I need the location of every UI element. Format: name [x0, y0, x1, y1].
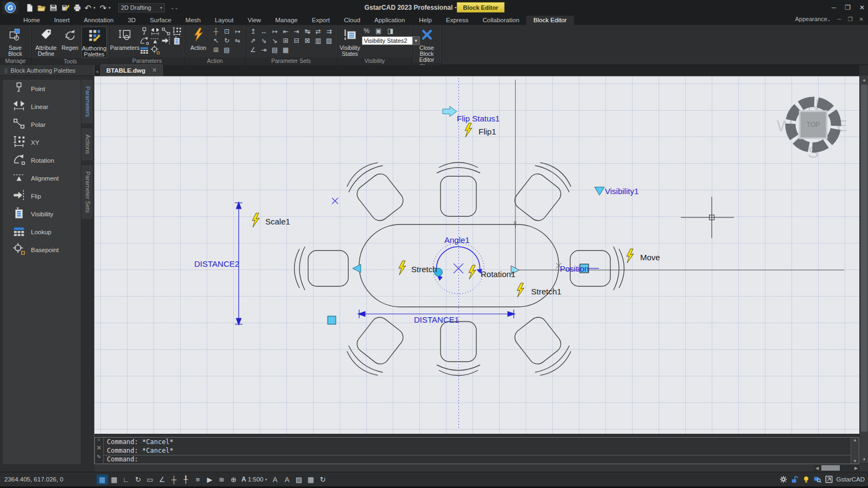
regen-button[interactable]: Regen [60, 27, 80, 51]
close-block-editor-button[interactable]: Close Block Editor [414, 27, 439, 63]
rotate-action-icon[interactable]: ↻ [222, 36, 232, 44]
command-scrollbar[interactable]: ▲ ▼ [851, 438, 859, 464]
polar-tracking-toggle[interactable]: ↻ [132, 474, 144, 485]
open-file-icon[interactable] [36, 2, 47, 13]
scroll-right-icon[interactable]: ▶ [853, 466, 859, 471]
move-bolt-icon[interactable] [627, 249, 634, 263]
ribbon-tab[interactable]: Collaboration [476, 16, 527, 25]
collaboration-toggle[interactable]: ↻ [317, 474, 328, 485]
attribute-define-button[interactable]: Attribute Define [34, 27, 59, 57]
make-invisible-icon[interactable]: ◨ [386, 27, 395, 35]
xy-box-set-icon[interactable]: ▨ [324, 36, 334, 44]
polar-parameter-icon[interactable] [161, 27, 171, 35]
grid-toggle[interactable]: ▦ [97, 474, 108, 485]
xy-move-pair-set-icon[interactable]: ⊟ [292, 36, 302, 44]
tab-scroll-left-icon[interactable]: ◂ [95, 68, 98, 74]
stretch1-bolt-icon[interactable] [517, 283, 524, 297]
ribbon-tab[interactable]: Cloud [337, 16, 367, 25]
stretch1-label[interactable]: Stretch1 [531, 287, 561, 296]
flip-status1-label[interactable]: Flip Status1 [457, 114, 500, 123]
command-close-icon[interactable]: ✕ [96, 444, 101, 452]
visibility1-label[interactable]: Visibility1 [605, 187, 639, 196]
fullscreen-icon[interactable] [825, 476, 833, 483]
scale1-label[interactable]: Scale1 [265, 217, 290, 226]
palette-item[interactable]: Linear [3, 98, 81, 115]
palette-item[interactable]: Basepoint [3, 241, 81, 259]
palette-item[interactable]: XY [3, 133, 81, 151]
command-input[interactable]: Command: [104, 455, 851, 464]
ribbon-tab[interactable]: Express [439, 16, 476, 25]
linear-stretch-set-icon[interactable]: ↦ [270, 27, 280, 35]
new-file-icon[interactable] [24, 2, 35, 13]
polar-stretch-action-icon[interactable]: ↖ [211, 36, 221, 44]
rotation1-label[interactable]: Rotation1 [481, 269, 515, 279]
ribbon-tab[interactable]: Layout [208, 16, 241, 25]
grip-dots-icon[interactable]: ⠿ [97, 439, 100, 442]
linear-stretch-pair-set-icon[interactable]: ↹ [303, 27, 312, 35]
visibility-parameter-icon[interactable] [172, 36, 182, 44]
scroll-down-icon[interactable]: ▼ [853, 459, 857, 464]
zoom-toggle[interactable]: ⊕ [228, 474, 239, 485]
ribbon-tab[interactable]: Insert [47, 16, 77, 25]
ribbon-tab[interactable]: Help [412, 16, 439, 25]
undo-caret-icon[interactable]: ▾ [93, 5, 98, 10]
gstarcad-logo[interactable]: G [2, 1, 18, 14]
chair-top-right[interactable] [508, 157, 576, 227]
flip1-bolt-icon[interactable] [465, 123, 472, 137]
point-parameter-icon[interactable] [139, 27, 149, 35]
angle-parameter-arc[interactable] [437, 247, 480, 279]
vertical-scrollbar[interactable]: ▲ ▼ [859, 76, 868, 463]
layer-control-toggle[interactable]: ≋ [216, 474, 227, 485]
tab-close-icon[interactable]: ✕ [152, 67, 157, 74]
view-cube[interactable]: N W S E TOP [777, 95, 847, 161]
scroll-down-icon[interactable]: ▼ [860, 455, 868, 463]
chair-bottom-left[interactable] [342, 311, 410, 381]
ribbon-tab[interactable]: Manage [268, 16, 305, 25]
scroll-up-icon[interactable]: ▲ [853, 438, 857, 442]
linear-move-pair-set-icon[interactable]: ⇥ [292, 27, 302, 35]
scroll-left-icon[interactable]: ◀ [814, 466, 820, 471]
doc-close-button[interactable]: ✕ [859, 16, 864, 22]
ribbon-tab[interactable]: Block Editor [526, 16, 573, 25]
visibility-mode-icon[interactable]: % [362, 27, 372, 35]
scale1-bolt-icon[interactable] [252, 213, 259, 227]
palette-item[interactable]: Polar [3, 115, 81, 133]
annotation-visibility-toggle[interactable]: A [269, 474, 280, 485]
polar-move-set-icon[interactable]: ⇄ [314, 27, 323, 35]
linear-array-set-icon[interactable]: ⇤ [281, 27, 291, 35]
visibility-state-dropdown[interactable]: Visibility States2 ▼ [362, 36, 420, 45]
polar-pair-set-icon[interactable]: ⇘ [259, 36, 269, 44]
doc-minimize-button[interactable]: ─ [838, 16, 841, 22]
annotation-scale-control[interactable]: A 1:500 ▾ [241, 476, 267, 483]
scrollbar-thumb[interactable] [861, 85, 867, 432]
move-action-icon[interactable]: ┼ [211, 27, 221, 35]
selection-cycling-toggle[interactable]: ▶ [204, 474, 215, 485]
palette-item[interactable]: Rotation [3, 151, 81, 169]
position-label[interactable]: Position [560, 264, 589, 273]
lookup-parameter-icon[interactable] [139, 46, 149, 54]
array-action-icon[interactable]: ⊞ [211, 46, 221, 54]
lookup-set-icon[interactable]: ▦ [281, 46, 291, 54]
alignment-parameter-icon[interactable] [150, 36, 160, 44]
workspace-dropdown[interactable]: 2D Drafting▾ [118, 3, 165, 12]
snap-toggle[interactable]: ▦ [108, 474, 120, 485]
object-snap-tracking-toggle[interactable]: ╀ [180, 474, 192, 485]
palette-item[interactable]: Point [3, 80, 81, 98]
move-label[interactable]: Move [640, 253, 660, 262]
xy-move-set-icon[interactable]: ⊞ [281, 36, 291, 44]
chair-top-left[interactable] [342, 157, 410, 227]
ribbon-tab[interactable]: Export [305, 16, 337, 25]
auto-annotation-toggle[interactable]: A [281, 474, 292, 485]
lookup-action-icon[interactable]: ▤ [222, 46, 232, 54]
ribbon-tab[interactable]: Surface [143, 16, 178, 25]
rotation-parameter-icon[interactable] [139, 36, 149, 44]
palette-tab[interactable]: Parameters [81, 79, 93, 124]
distance1-label[interactable]: DISTANCE1 [414, 315, 459, 324]
undo-icon[interactable]: ↶ [82, 2, 93, 13]
save-as-icon[interactable] [60, 2, 71, 13]
object-snap-toggle[interactable]: ┼ [168, 474, 180, 485]
ribbon-tab[interactable]: View [240, 16, 268, 25]
xy-parameter-icon[interactable] [172, 27, 182, 35]
angle1-label[interactable]: Angle1 [444, 235, 470, 245]
redo-icon[interactable]: ↷ [98, 2, 108, 13]
